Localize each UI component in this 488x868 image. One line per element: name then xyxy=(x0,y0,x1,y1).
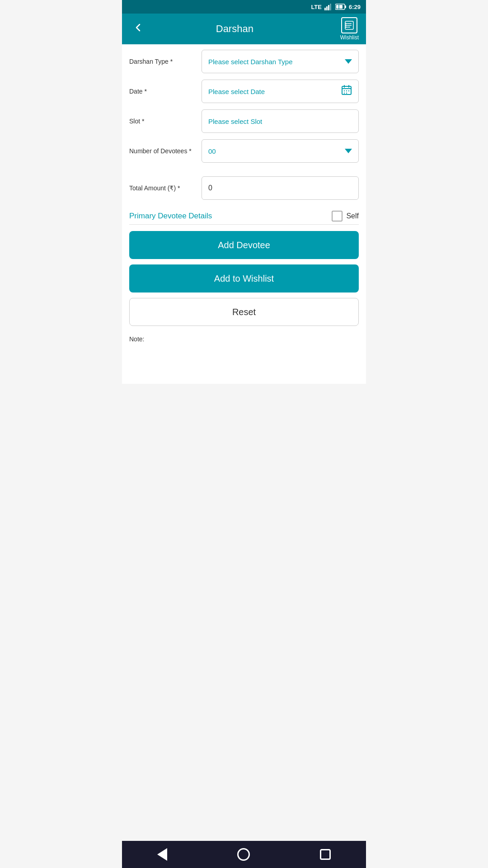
date-placeholder: Please select Date xyxy=(208,88,341,95)
status-icons: LTE 6:29 xyxy=(311,3,361,10)
svg-point-19 xyxy=(344,90,345,91)
svg-rect-1 xyxy=(326,6,328,10)
total-amount-label: Total Amount (₹) * xyxy=(129,184,202,192)
wishlist-button[interactable]: Wishlist xyxy=(340,17,359,41)
slot-row: Slot * Please select Slot xyxy=(129,109,359,133)
primary-devotee-row: Primary Devotee Details Self xyxy=(129,206,359,225)
total-amount-row: Total Amount (₹) * 0 xyxy=(129,176,359,200)
primary-devotee-label: Primary Devotee Details xyxy=(129,212,332,221)
add-to-wishlist-button[interactable]: Add to Wishlist xyxy=(129,264,359,292)
note-section: Note: xyxy=(129,331,359,347)
svg-point-23 xyxy=(346,93,347,94)
page-title: Darshan xyxy=(129,23,340,35)
svg-rect-2 xyxy=(328,5,329,10)
devotees-field: 00 xyxy=(202,139,359,163)
svg-point-12 xyxy=(346,23,347,24)
devotees-select[interactable]: 00 xyxy=(202,139,359,163)
darshan-type-select[interactable]: Please select Darshan Type xyxy=(202,50,359,73)
battery-icon xyxy=(335,4,346,10)
svg-point-22 xyxy=(344,93,345,94)
svg-point-21 xyxy=(348,90,349,91)
svg-point-14 xyxy=(346,27,347,28)
devotees-chevron-icon xyxy=(345,149,352,153)
calendar-icon xyxy=(341,85,352,98)
slot-label: Slot * xyxy=(129,118,202,125)
darshan-type-label: Darshan Type * xyxy=(129,58,202,65)
wishlist-label: Wishlist xyxy=(340,34,359,41)
main-content: Darshan Type * Please select Darshan Typ… xyxy=(122,44,366,384)
svg-rect-6 xyxy=(336,5,343,9)
slot-select[interactable]: Please select Slot xyxy=(202,109,359,133)
self-checkbox-group: Self xyxy=(332,211,359,222)
spacer xyxy=(129,169,359,176)
svg-point-13 xyxy=(346,25,347,26)
status-bar: LTE 6:29 xyxy=(122,0,366,14)
date-select[interactable]: Please select Date xyxy=(202,80,359,103)
bottom-spacer xyxy=(129,347,359,378)
wishlist-icon xyxy=(341,17,357,33)
total-amount-field: 0 xyxy=(202,176,359,200)
devotees-row: Number of Devotees * 00 xyxy=(129,139,359,163)
reset-button[interactable]: Reset xyxy=(129,298,359,326)
add-devotee-button[interactable]: Add Devotee xyxy=(129,231,359,259)
date-field: Please select Date xyxy=(202,80,359,103)
total-amount-value: 0 xyxy=(208,184,212,192)
note-label: Note: xyxy=(129,335,144,343)
self-checkbox[interactable] xyxy=(332,211,343,222)
date-label: Date * xyxy=(129,88,202,95)
slot-field: Please select Slot xyxy=(202,109,359,133)
self-label: Self xyxy=(346,212,359,220)
total-amount-input[interactable]: 0 xyxy=(202,176,359,200)
devotees-value: 00 xyxy=(208,147,345,155)
app-header: Darshan Wishlist xyxy=(122,14,366,44)
time-display: 6:29 xyxy=(349,4,361,10)
darshan-type-row: Darshan Type * Please select Darshan Typ… xyxy=(129,50,359,73)
lte-icon: LTE xyxy=(311,4,322,10)
signal-icon xyxy=(324,3,333,10)
slot-placeholder: Please select Slot xyxy=(208,118,352,125)
svg-rect-3 xyxy=(330,4,331,10)
darshan-type-field: Please select Darshan Type xyxy=(202,50,359,73)
darshan-type-placeholder: Please select Darshan Type xyxy=(208,58,345,66)
devotees-label: Number of Devotees * xyxy=(129,147,202,155)
chevron-down-icon xyxy=(345,59,352,64)
date-row: Date * Please select Date xyxy=(129,80,359,103)
svg-point-20 xyxy=(346,90,347,91)
svg-rect-5 xyxy=(345,5,346,8)
svg-rect-0 xyxy=(324,8,326,10)
